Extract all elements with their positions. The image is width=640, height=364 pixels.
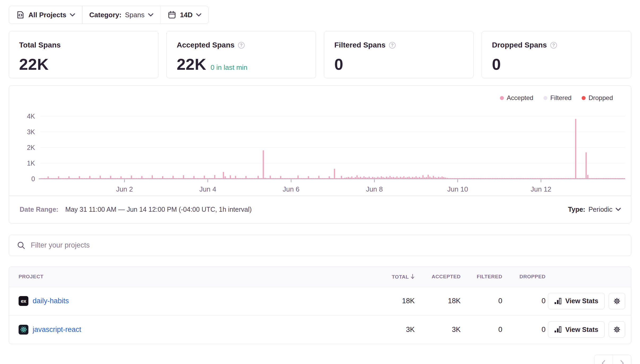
project-link[interactable]: daily-habits bbox=[33, 297, 69, 305]
help-icon[interactable]: ? bbox=[550, 42, 557, 49]
bar bbox=[563, 178, 564, 179]
bar bbox=[549, 178, 550, 179]
legend-item-dropped[interactable]: Dropped bbox=[582, 94, 613, 102]
bar bbox=[42, 178, 44, 179]
bar bbox=[86, 178, 87, 179]
bar bbox=[586, 152, 587, 179]
project-search-box[interactable] bbox=[9, 235, 631, 256]
bar bbox=[372, 177, 373, 179]
bar bbox=[77, 178, 78, 179]
type-label: Type: bbox=[568, 206, 585, 213]
column-header-total[interactable]: TOTAL bbox=[380, 274, 415, 280]
bar bbox=[230, 175, 231, 179]
legend-item-filtered[interactable]: Filtered bbox=[543, 94, 572, 102]
column-header-filtered[interactable]: FILTERED bbox=[461, 274, 502, 280]
bar bbox=[308, 176, 309, 179]
bar bbox=[526, 178, 527, 179]
bar bbox=[157, 178, 158, 179]
bar bbox=[235, 176, 236, 179]
bar bbox=[547, 178, 548, 179]
legend-item-accepted[interactable]: Accepted bbox=[500, 94, 533, 102]
project-settings-button[interactable] bbox=[609, 293, 625, 309]
date-period-dropdown[interactable]: 14D bbox=[161, 6, 208, 24]
bar bbox=[355, 177, 356, 179]
help-icon[interactable]: ? bbox=[238, 42, 245, 49]
project-filter-dropdown[interactable]: All Projects bbox=[9, 6, 82, 24]
bar bbox=[200, 178, 201, 179]
spans-bar-chart[interactable]: 01K2K3K4KJun 2Jun 4Jun 6Jun 8Jun 10Jun 1… bbox=[18, 103, 628, 196]
search-input[interactable] bbox=[31, 241, 623, 249]
bar bbox=[198, 178, 200, 179]
project-link[interactable]: javascript-react bbox=[33, 326, 81, 334]
bar bbox=[88, 178, 89, 179]
category-filter-dropdown[interactable]: Category: Spans bbox=[83, 6, 160, 24]
bar bbox=[323, 178, 325, 179]
bar bbox=[100, 176, 101, 179]
bar bbox=[140, 178, 141, 179]
bar bbox=[183, 175, 184, 179]
bar bbox=[70, 178, 71, 179]
bar bbox=[468, 178, 469, 179]
bar bbox=[266, 178, 267, 179]
bar bbox=[209, 178, 210, 179]
bar bbox=[143, 178, 144, 179]
bar bbox=[596, 178, 597, 179]
column-header-accepted[interactable]: ACCEPTED bbox=[415, 274, 461, 280]
bar bbox=[466, 178, 467, 179]
bar bbox=[589, 178, 590, 179]
bar bbox=[276, 178, 278, 179]
bar bbox=[488, 178, 489, 179]
bar bbox=[152, 175, 153, 179]
bar bbox=[41, 178, 42, 179]
view-stats-button[interactable]: View Stats bbox=[548, 321, 605, 338]
bar bbox=[273, 178, 274, 179]
bar bbox=[159, 178, 160, 179]
next-page-button[interactable] bbox=[613, 355, 631, 364]
bar bbox=[379, 177, 380, 179]
help-icon[interactable]: ? bbox=[389, 42, 396, 49]
bar bbox=[454, 178, 455, 179]
bar bbox=[261, 178, 262, 179]
bar bbox=[284, 178, 285, 179]
bar bbox=[455, 178, 456, 179]
bar bbox=[167, 178, 168, 179]
bar bbox=[610, 178, 611, 179]
bar bbox=[426, 177, 427, 179]
svg-text:Jun 6: Jun 6 bbox=[283, 185, 300, 193]
type-dropdown[interactable]: Type: Periodic bbox=[568, 206, 621, 213]
express-platform-icon: ex bbox=[19, 296, 28, 306]
bar bbox=[358, 177, 359, 179]
bar bbox=[107, 178, 108, 179]
legend-label: Filtered bbox=[550, 94, 572, 102]
column-header-dropped[interactable]: DROPPED bbox=[502, 274, 546, 280]
bar bbox=[164, 178, 165, 179]
table-row: ex daily-habits 18K 18K 0 0 View Stats bbox=[9, 287, 631, 315]
total-spans-card: Total Spans 22K bbox=[9, 31, 158, 78]
bar bbox=[364, 176, 365, 179]
bar bbox=[580, 178, 581, 179]
bar bbox=[315, 178, 316, 179]
bar bbox=[213, 178, 214, 179]
view-stats-button[interactable]: View Stats bbox=[548, 293, 605, 309]
bar bbox=[429, 177, 430, 179]
bar bbox=[271, 178, 273, 179]
bar-chart-icon bbox=[554, 298, 562, 305]
bar bbox=[287, 178, 288, 179]
bar bbox=[231, 178, 232, 179]
bar bbox=[565, 178, 566, 179]
bar bbox=[410, 178, 411, 179]
bar bbox=[459, 178, 460, 179]
bar bbox=[240, 178, 241, 179]
bar bbox=[299, 178, 300, 179]
bar bbox=[192, 178, 193, 179]
bar bbox=[197, 178, 198, 179]
bar bbox=[400, 177, 401, 179]
bar bbox=[233, 178, 234, 179]
bar bbox=[337, 178, 338, 179]
bar bbox=[601, 178, 602, 179]
previous-page-button[interactable] bbox=[594, 355, 613, 364]
project-settings-button[interactable] bbox=[609, 321, 625, 338]
accepted-value: 3K bbox=[415, 326, 461, 334]
legend-label: Accepted bbox=[507, 94, 533, 102]
bar bbox=[172, 176, 174, 179]
